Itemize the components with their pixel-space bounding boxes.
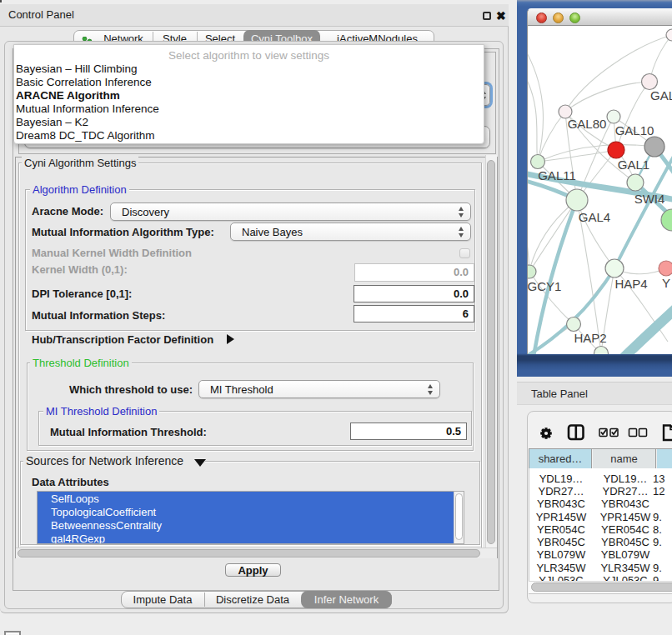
svg-text:HAP4: HAP4 <box>614 277 647 291</box>
svg-text:GAL80: GAL80 <box>568 117 607 131</box>
svg-text:GAL: GAL <box>650 88 672 102</box>
svg-text:GAL10: GAL10 <box>615 123 654 138</box>
svg-text:Y: Y <box>662 276 670 290</box>
svg-text:GAL1: GAL1 <box>618 158 649 172</box>
svg-text:GAL4: GAL4 <box>579 210 610 224</box>
svg-text:GCY1: GCY1 <box>528 279 561 293</box>
svg-text:HAP2: HAP2 <box>574 331 606 345</box>
svg-text:GAL11: GAL11 <box>538 168 576 182</box>
svg-text:SWI4: SWI4 <box>634 192 665 206</box>
